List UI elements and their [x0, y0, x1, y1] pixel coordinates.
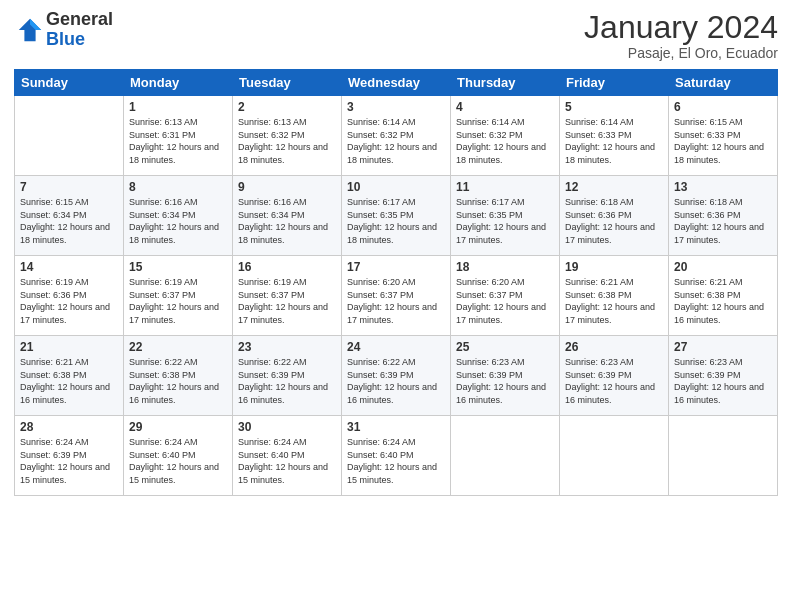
day-info: Sunrise: 6:19 AM Sunset: 6:36 PM Dayligh… [20, 276, 118, 326]
day-info: Sunrise: 6:18 AM Sunset: 6:36 PM Dayligh… [565, 196, 663, 246]
day-info: Sunrise: 6:18 AM Sunset: 6:36 PM Dayligh… [674, 196, 772, 246]
day-info: Sunrise: 6:20 AM Sunset: 6:37 PM Dayligh… [456, 276, 554, 326]
day-info: Sunrise: 6:24 AM Sunset: 6:40 PM Dayligh… [238, 436, 336, 486]
sunrise-text: Sunrise: 6:16 AM [238, 196, 336, 209]
day-number: 27 [674, 340, 772, 354]
day-info: Sunrise: 6:22 AM Sunset: 6:38 PM Dayligh… [129, 356, 227, 406]
day-number: 24 [347, 340, 445, 354]
calendar-cell: 2 Sunrise: 6:13 AM Sunset: 6:32 PM Dayli… [233, 96, 342, 176]
col-wednesday: Wednesday [342, 70, 451, 96]
calendar-cell: 21 Sunrise: 6:21 AM Sunset: 6:38 PM Dayl… [15, 336, 124, 416]
sunset-text: Sunset: 6:33 PM [565, 129, 663, 142]
daylight-text: Daylight: 12 hours and 16 minutes. [674, 301, 772, 326]
calendar-cell: 27 Sunrise: 6:23 AM Sunset: 6:39 PM Dayl… [669, 336, 778, 416]
day-info: Sunrise: 6:24 AM Sunset: 6:40 PM Dayligh… [129, 436, 227, 486]
sunset-text: Sunset: 6:38 PM [674, 289, 772, 302]
sunset-text: Sunset: 6:39 PM [347, 369, 445, 382]
day-info: Sunrise: 6:24 AM Sunset: 6:40 PM Dayligh… [347, 436, 445, 486]
daylight-text: Daylight: 12 hours and 18 minutes. [565, 141, 663, 166]
sunset-text: Sunset: 6:34 PM [20, 209, 118, 222]
daylight-text: Daylight: 12 hours and 18 minutes. [456, 141, 554, 166]
sunrise-text: Sunrise: 6:18 AM [674, 196, 772, 209]
page: General Blue January 2024 Pasaje, El Oro… [0, 0, 792, 612]
title-area: January 2024 Pasaje, El Oro, Ecuador [584, 10, 778, 61]
daylight-text: Daylight: 12 hours and 15 minutes. [129, 461, 227, 486]
sunrise-text: Sunrise: 6:15 AM [20, 196, 118, 209]
sunrise-text: Sunrise: 6:17 AM [456, 196, 554, 209]
day-number: 18 [456, 260, 554, 274]
sunrise-text: Sunrise: 6:13 AM [129, 116, 227, 129]
sunrise-text: Sunrise: 6:13 AM [238, 116, 336, 129]
day-number: 30 [238, 420, 336, 434]
sunrise-text: Sunrise: 6:14 AM [565, 116, 663, 129]
sunrise-text: Sunrise: 6:17 AM [347, 196, 445, 209]
sunrise-text: Sunrise: 6:19 AM [20, 276, 118, 289]
sunset-text: Sunset: 6:35 PM [456, 209, 554, 222]
calendar-header-row: Sunday Monday Tuesday Wednesday Thursday… [15, 70, 778, 96]
sunset-text: Sunset: 6:39 PM [456, 369, 554, 382]
sunset-text: Sunset: 6:37 PM [238, 289, 336, 302]
daylight-text: Daylight: 12 hours and 17 minutes. [129, 301, 227, 326]
sunset-text: Sunset: 6:32 PM [347, 129, 445, 142]
sunset-text: Sunset: 6:32 PM [456, 129, 554, 142]
day-number: 4 [456, 100, 554, 114]
sunrise-text: Sunrise: 6:14 AM [347, 116, 445, 129]
calendar-week-4: 21 Sunrise: 6:21 AM Sunset: 6:38 PM Dayl… [15, 336, 778, 416]
daylight-text: Daylight: 12 hours and 17 minutes. [456, 301, 554, 326]
day-number: 2 [238, 100, 336, 114]
day-number: 29 [129, 420, 227, 434]
sunrise-text: Sunrise: 6:24 AM [129, 436, 227, 449]
sunset-text: Sunset: 6:40 PM [347, 449, 445, 462]
calendar-cell [15, 96, 124, 176]
day-number: 1 [129, 100, 227, 114]
sunrise-text: Sunrise: 6:20 AM [456, 276, 554, 289]
sunrise-text: Sunrise: 6:14 AM [456, 116, 554, 129]
daylight-text: Daylight: 12 hours and 17 minutes. [456, 221, 554, 246]
calendar-cell: 4 Sunrise: 6:14 AM Sunset: 6:32 PM Dayli… [451, 96, 560, 176]
day-number: 7 [20, 180, 118, 194]
day-number: 26 [565, 340, 663, 354]
daylight-text: Daylight: 12 hours and 18 minutes. [20, 221, 118, 246]
sunrise-text: Sunrise: 6:16 AM [129, 196, 227, 209]
day-info: Sunrise: 6:16 AM Sunset: 6:34 PM Dayligh… [238, 196, 336, 246]
logo: General Blue [14, 10, 113, 50]
sunset-text: Sunset: 6:36 PM [674, 209, 772, 222]
daylight-text: Daylight: 12 hours and 16 minutes. [129, 381, 227, 406]
calendar-week-5: 28 Sunrise: 6:24 AM Sunset: 6:39 PM Dayl… [15, 416, 778, 496]
daylight-text: Daylight: 12 hours and 18 minutes. [129, 221, 227, 246]
day-info: Sunrise: 6:21 AM Sunset: 6:38 PM Dayligh… [20, 356, 118, 406]
calendar-cell: 19 Sunrise: 6:21 AM Sunset: 6:38 PM Dayl… [560, 256, 669, 336]
day-info: Sunrise: 6:22 AM Sunset: 6:39 PM Dayligh… [347, 356, 445, 406]
day-number: 13 [674, 180, 772, 194]
calendar-cell: 23 Sunrise: 6:22 AM Sunset: 6:39 PM Dayl… [233, 336, 342, 416]
day-info: Sunrise: 6:20 AM Sunset: 6:37 PM Dayligh… [347, 276, 445, 326]
day-number: 11 [456, 180, 554, 194]
calendar-cell: 10 Sunrise: 6:17 AM Sunset: 6:35 PM Dayl… [342, 176, 451, 256]
sunset-text: Sunset: 6:33 PM [674, 129, 772, 142]
sunrise-text: Sunrise: 6:22 AM [347, 356, 445, 369]
day-number: 3 [347, 100, 445, 114]
sunset-text: Sunset: 6:39 PM [565, 369, 663, 382]
sunrise-text: Sunrise: 6:24 AM [20, 436, 118, 449]
daylight-text: Daylight: 12 hours and 16 minutes. [347, 381, 445, 406]
daylight-text: Daylight: 12 hours and 17 minutes. [347, 301, 445, 326]
calendar-cell: 30 Sunrise: 6:24 AM Sunset: 6:40 PM Dayl… [233, 416, 342, 496]
sunrise-text: Sunrise: 6:21 AM [20, 356, 118, 369]
daylight-text: Daylight: 12 hours and 17 minutes. [565, 301, 663, 326]
day-info: Sunrise: 6:14 AM Sunset: 6:32 PM Dayligh… [347, 116, 445, 166]
sunset-text: Sunset: 6:38 PM [20, 369, 118, 382]
sunrise-text: Sunrise: 6:22 AM [129, 356, 227, 369]
calendar-cell: 15 Sunrise: 6:19 AM Sunset: 6:37 PM Dayl… [124, 256, 233, 336]
daylight-text: Daylight: 12 hours and 18 minutes. [129, 141, 227, 166]
daylight-text: Daylight: 12 hours and 18 minutes. [347, 141, 445, 166]
calendar-table: Sunday Monday Tuesday Wednesday Thursday… [14, 69, 778, 496]
sunrise-text: Sunrise: 6:19 AM [129, 276, 227, 289]
daylight-text: Daylight: 12 hours and 15 minutes. [238, 461, 336, 486]
col-thursday: Thursday [451, 70, 560, 96]
day-info: Sunrise: 6:15 AM Sunset: 6:33 PM Dayligh… [674, 116, 772, 166]
sunset-text: Sunset: 6:38 PM [129, 369, 227, 382]
day-info: Sunrise: 6:15 AM Sunset: 6:34 PM Dayligh… [20, 196, 118, 246]
calendar-cell: 16 Sunrise: 6:19 AM Sunset: 6:37 PM Dayl… [233, 256, 342, 336]
sunset-text: Sunset: 6:39 PM [20, 449, 118, 462]
calendar-cell: 29 Sunrise: 6:24 AM Sunset: 6:40 PM Dayl… [124, 416, 233, 496]
